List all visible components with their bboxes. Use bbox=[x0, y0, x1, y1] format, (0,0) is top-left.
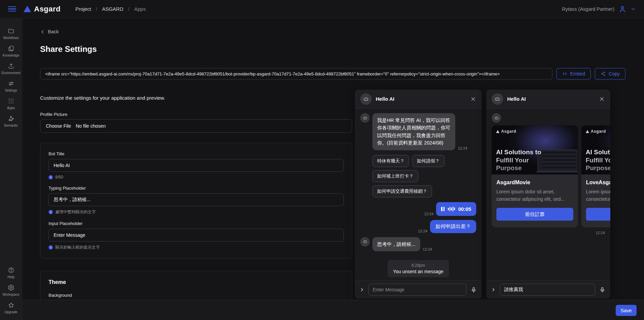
chat-message-input[interactable] bbox=[368, 284, 466, 296]
sidebar-item-workspace[interactable]: Workspace bbox=[0, 282, 22, 299]
card-action-button[interactable] bbox=[586, 208, 610, 221]
card-action-button[interactable]: 前往訂票 bbox=[496, 208, 573, 221]
sidebar-item-label: Workspace bbox=[3, 293, 20, 296]
robot-icon bbox=[363, 116, 368, 121]
quick-reply-chip[interactable]: 如何補上班打卡？ bbox=[372, 170, 418, 182]
brand-logo[interactable]: Asgard bbox=[24, 5, 61, 13]
message-time: 12:24 bbox=[423, 247, 432, 251]
page-title: Share Settings bbox=[40, 44, 97, 54]
user-audio-message: 12:24 00:05 bbox=[360, 202, 476, 216]
audio-message-bubble[interactable]: 00:05 bbox=[436, 202, 476, 216]
quick-reply-chip[interactable]: 如何請假？ bbox=[412, 155, 444, 167]
bot-avatar bbox=[492, 93, 503, 105]
breadcrumb: Project / ASGARD / Apps bbox=[75, 6, 146, 12]
chat-input-bar bbox=[486, 280, 610, 299]
triangle-logo-icon bbox=[496, 130, 499, 133]
sliders-icon bbox=[8, 80, 14, 87]
card-brand: Asgard bbox=[586, 129, 606, 134]
bot-avatar bbox=[360, 113, 370, 123]
sidebar-item-label: Workflows bbox=[3, 36, 19, 40]
notice-text: You unsent an message bbox=[393, 269, 443, 274]
choose-file-label[interactable]: Choose File bbox=[46, 123, 71, 129]
chat-title: Hello AI bbox=[376, 96, 466, 102]
back-button[interactable]: Back bbox=[40, 29, 59, 34]
info-icon: i bbox=[49, 175, 53, 180]
user-icon[interactable] bbox=[618, 5, 626, 13]
close-icon[interactable] bbox=[599, 96, 605, 102]
action-footer: Save bbox=[22, 300, 644, 320]
triangle-logo-icon bbox=[24, 6, 31, 12]
bot-title-counter: 8/50 bbox=[55, 175, 63, 180]
message-time: 12:24 bbox=[424, 212, 434, 216]
brand-name: Asgard bbox=[34, 5, 61, 13]
message-time: 12:24 bbox=[418, 229, 427, 233]
bot-message-bubble: 我是HR 常見問答 AI，我可以回答你各項關於人資相關的問題，你可以問我任何問題… bbox=[372, 113, 455, 150]
embed-code-input[interactable] bbox=[40, 68, 552, 79]
star-icon bbox=[8, 302, 14, 309]
embed-code-row: Embed Copy bbox=[40, 68, 625, 79]
carousel-card-loveasgard[interactable]: Asgard AI Solutions to Fulfill Your Purp… bbox=[581, 125, 610, 227]
robot-icon bbox=[494, 96, 500, 102]
chevron-down-icon[interactable] bbox=[631, 6, 636, 12]
bot-settings-card: Bot Title i 8/50 Typing Placeholder i 處理… bbox=[40, 143, 352, 259]
message-time: 12:24 bbox=[458, 146, 467, 150]
user-label: Rytass (Asgard Partner) bbox=[562, 6, 614, 12]
card-carousel: Asgard AI Solutions to Fulfill Your Purp… bbox=[492, 125, 610, 227]
sidebar-item-upgrade[interactable]: Upgrade bbox=[0, 299, 22, 317]
chat-input-bar bbox=[355, 280, 482, 299]
share-icon bbox=[601, 71, 606, 76]
copy-button[interactable]: Copy bbox=[595, 68, 625, 79]
close-icon[interactable] bbox=[470, 96, 476, 102]
top-navbar: Asgard Project / ASGARD / Apps Rytass (A… bbox=[0, 0, 644, 18]
save-button[interactable]: Save bbox=[616, 305, 637, 316]
input-placeholder-helper: 顯示於輸入框的提示文字 bbox=[55, 245, 100, 250]
file-status: No file chosen bbox=[76, 123, 106, 129]
info-icon: i bbox=[49, 245, 53, 250]
chat-message-input[interactable] bbox=[500, 284, 595, 296]
sidebar-item-label: Environment bbox=[1, 71, 20, 75]
sidebar-item-settings[interactable]: Settings bbox=[0, 77, 22, 95]
typing-placeholder-helper: 處理中暫時顯示的文字 bbox=[55, 209, 96, 215]
chat-title: Hello AI bbox=[507, 96, 595, 102]
sidebar-item-semantic[interactable]: Semantic bbox=[0, 113, 22, 130]
chat-preview-panel-1: Hello AI 我是HR 常見問答 AI，我可以回答你各項關於人資相關的問題，… bbox=[355, 90, 482, 299]
input-placeholder-input[interactable] bbox=[49, 229, 344, 242]
microphone-icon[interactable] bbox=[470, 287, 477, 293]
code-icon bbox=[562, 71, 568, 76]
quick-reply-chip[interactable]: 如何申請交通費用核銷？ bbox=[372, 185, 432, 197]
sidebar-item-label: Apps bbox=[7, 106, 15, 110]
microphone-icon[interactable] bbox=[599, 287, 606, 293]
notice-time: 6:28pm bbox=[393, 263, 443, 268]
sidebar-item-workflows[interactable]: Workflows bbox=[0, 25, 22, 42]
embed-button[interactable]: Embed bbox=[556, 68, 591, 79]
info-icon: i bbox=[49, 210, 53, 214]
menu-icon[interactable] bbox=[8, 6, 16, 12]
main-content: Back Share Settings Embed Copy Customize… bbox=[22, 18, 644, 300]
breadcrumb-apps[interactable]: Apps bbox=[134, 6, 146, 12]
quick-reply-chip[interactable]: 特休有幾天？ bbox=[372, 155, 409, 167]
breadcrumb-project[interactable]: Project bbox=[75, 6, 91, 12]
robot-icon bbox=[494, 116, 499, 121]
typing-placeholder-input[interactable] bbox=[49, 193, 344, 206]
book-icon bbox=[8, 45, 14, 52]
chat-preview-panel-2: Hello AI Asgard bbox=[486, 90, 610, 299]
card-brand-label: Asgard bbox=[591, 129, 606, 134]
chat-messages: 我是HR 常見問答 AI，我可以回答你各項關於人資相關的問題，你可以問我任何問題… bbox=[355, 108, 482, 280]
sidebar-item-apps[interactable]: Apps bbox=[0, 95, 22, 113]
breadcrumb-separator: / bbox=[128, 6, 129, 12]
chevron-right-icon[interactable] bbox=[491, 287, 496, 292]
bot-title-label: Bot Title bbox=[49, 151, 344, 156]
chevron-right-icon[interactable] bbox=[360, 287, 364, 292]
profile-picture-label: Profile Picture bbox=[40, 112, 67, 117]
sidebar-item-label: Semantic bbox=[4, 124, 18, 127]
carousel-card-asgardmovie[interactable]: Asgard AI Solutions to Fulfill Your Purp… bbox=[492, 125, 578, 227]
bot-title-input[interactable] bbox=[49, 159, 344, 172]
pause-icon[interactable] bbox=[441, 207, 444, 211]
profile-picture-file-input[interactable]: Choose File No file chosen bbox=[40, 119, 352, 133]
robot-icon bbox=[363, 239, 368, 244]
sidebar-item-help[interactable]: Help bbox=[0, 264, 22, 282]
sidebar-item-environment[interactable]: Environment bbox=[0, 60, 22, 77]
sidebar-item-knowledge[interactable]: Knowledge bbox=[0, 42, 22, 60]
breadcrumb-asgard[interactable]: ASGARD bbox=[102, 6, 123, 12]
card-headline: AI Solutions to Fulfill Your Purpose bbox=[496, 148, 547, 172]
